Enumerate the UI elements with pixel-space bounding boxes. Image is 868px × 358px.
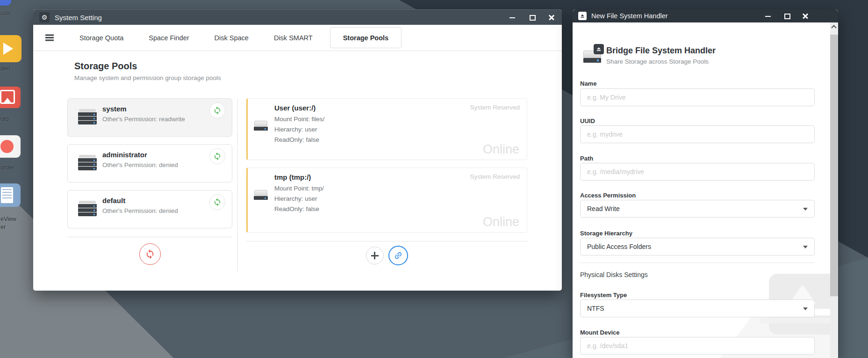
- chevron-down-icon: [803, 208, 808, 211]
- system-reserved-badge: System Reserved: [470, 104, 520, 111]
- mount-device-input[interactable]: [580, 337, 815, 355]
- pool-card-administrator[interactable]: administrator Other's Permission: denied: [67, 144, 232, 183]
- page-subtitle: Manage system and permission group stora…: [74, 74, 221, 81]
- watermark-bar: [760, 318, 830, 323]
- handler-list: User (user:/) System Reserved Mount Poin…: [246, 98, 527, 265]
- pool-card-default[interactable]: default Other's Permission: denied: [67, 190, 232, 228]
- handler-readonly: ReadOnly: false: [274, 205, 319, 212]
- removable-drive-icon: [578, 12, 587, 20]
- mount-device-label: Mount Device: [580, 329, 620, 336]
- server-icon: [78, 201, 97, 216]
- system-reserved-badge: System Reserved: [470, 173, 520, 180]
- server-icon: [78, 155, 97, 170]
- handler-readonly: ReadOnly: false: [274, 136, 319, 143]
- handler-mount-point: Mount Point: files/: [274, 116, 324, 123]
- sync-pool-button[interactable]: [209, 148, 225, 164]
- physical-disks-section-title: Physical Disks Settings: [580, 271, 648, 278]
- refresh-pools-button[interactable]: [139, 243, 161, 265]
- photo-frame-icon: [0, 90, 15, 104]
- handler-card-tmp[interactable]: tmp (tmp:/) System Reserved Mount Point:…: [246, 168, 527, 233]
- close-button[interactable]: [548, 14, 555, 21]
- viewer-app-label: eView: [0, 216, 16, 222]
- pool-permission: Other's Permission: readwrite: [102, 116, 185, 123]
- document-icon: [1, 187, 13, 203]
- sync-pool-button[interactable]: [209, 194, 225, 210]
- sync-pool-button[interactable]: [209, 102, 225, 118]
- window-title: New File System Handler: [591, 12, 668, 20]
- tab-storage-quota[interactable]: Storage Quota: [67, 34, 136, 42]
- menu-icon[interactable]: [45, 37, 54, 38]
- form-title: Bridge File System Handler: [606, 46, 716, 56]
- storage-hierarchy-label: Storage Hierarchy: [580, 230, 632, 237]
- access-permission-value: Read Write: [587, 205, 620, 212]
- gear-icon: ⚙: [39, 12, 50, 22]
- hard-drive-icon: [254, 190, 268, 200]
- form-subtitle: Share Storage across Storage Pools: [606, 58, 709, 65]
- handler-card-user[interactable]: User (user:/) System Reserved Mount Poin…: [246, 98, 527, 160]
- hard-drive-icon: [254, 121, 268, 131]
- pool-permission: Other's Permission: denied: [102, 161, 178, 168]
- tab-disk-space[interactable]: Disk Space: [202, 34, 261, 42]
- pool-card-system[interactable]: system Other's Permission: readwrite: [67, 98, 232, 137]
- play-icon: [3, 43, 13, 55]
- system-setting-window: ⚙ System Setting Storage Quota Space Fin…: [33, 9, 562, 291]
- handler-form: Bridge File System Handler Share Storage…: [573, 22, 830, 358]
- close-button[interactable]: [802, 12, 809, 20]
- server-icon: [78, 109, 97, 124]
- handler-title: User (user:/): [274, 104, 316, 112]
- photo-app-label: oto: [0, 116, 8, 122]
- photo-app-icon[interactable]: [0, 87, 21, 108]
- filesystem-type-value: NTFS: [587, 305, 604, 312]
- column-divider: [237, 98, 238, 271]
- pool-name: administrator: [102, 151, 147, 159]
- viewer-app-icon[interactable]: [0, 183, 21, 207]
- chevron-down-icon: [803, 307, 808, 310]
- maximize-button[interactable]: [528, 14, 536, 21]
- link-handler-button[interactable]: [388, 246, 408, 265]
- filesystem-type-select[interactable]: NTFS: [580, 300, 815, 317]
- uuid-input[interactable]: [580, 125, 815, 143]
- handler-hierarchy: Hierarchy: user: [274, 126, 317, 133]
- tab-space-finder[interactable]: Space Finder: [136, 34, 201, 42]
- sync-icon: [213, 152, 222, 161]
- mountain-icon: [3, 98, 12, 103]
- name-label: Name: [580, 80, 596, 87]
- online-status: Online: [483, 215, 519, 229]
- pool-list: system Other's Permission: readwrite adm…: [67, 98, 232, 265]
- tab-storage-pools[interactable]: Storage Pools: [330, 27, 402, 48]
- tab-bar: Storage Quota Space Finder Disk Space Di…: [33, 25, 562, 51]
- record-dot-icon: [0, 140, 14, 153]
- minimize-button[interactable]: [764, 12, 772, 20]
- scroll-up-icon[interactable]: [831, 25, 836, 30]
- sync-icon: [213, 106, 222, 115]
- add-handler-button[interactable]: [366, 247, 384, 264]
- name-input[interactable]: [580, 88, 815, 106]
- video-app-icon[interactable]: [0, 35, 22, 62]
- scrollbar[interactable]: [830, 22, 838, 358]
- recorder-app-icon[interactable]: [0, 135, 21, 158]
- scrollbar-thumb[interactable]: [830, 35, 838, 296]
- tab-disk-smart[interactable]: Disk SMART: [261, 34, 325, 42]
- access-permission-label: Access Permission: [580, 192, 636, 199]
- handler-hierarchy: Hierarchy: user: [274, 195, 317, 202]
- video-app-label: deo: [0, 65, 10, 72]
- minimize-button[interactable]: [509, 14, 516, 21]
- path-input[interactable]: [580, 163, 815, 181]
- storage-hierarchy-value: Public Access Folders: [587, 243, 651, 250]
- filesystem-type-label: Filesystem Type: [580, 292, 627, 299]
- maximize-button[interactable]: [783, 12, 790, 20]
- bridge-drive-icon: [583, 44, 604, 64]
- handler-titlebar[interactable]: New File System Handler: [573, 9, 838, 22]
- sync-icon: [213, 198, 222, 206]
- system-setting-titlebar[interactable]: ⚙ System Setting: [33, 9, 562, 25]
- link-icon: [391, 249, 404, 262]
- refresh-icon: [145, 249, 155, 259]
- desktop: usic deo oto order eView er ⚙ System Set…: [0, 0, 868, 358]
- handler-mount-point: Mount Point: tmp/: [274, 185, 324, 192]
- section-divider: [580, 263, 815, 263]
- recorder-app-label: order: [0, 164, 14, 171]
- storage-hierarchy-select[interactable]: Public Access Folders: [580, 238, 815, 256]
- access-permission-select[interactable]: Read Write: [580, 200, 815, 218]
- online-status: Online: [483, 142, 519, 157]
- pool-name: default: [102, 197, 125, 205]
